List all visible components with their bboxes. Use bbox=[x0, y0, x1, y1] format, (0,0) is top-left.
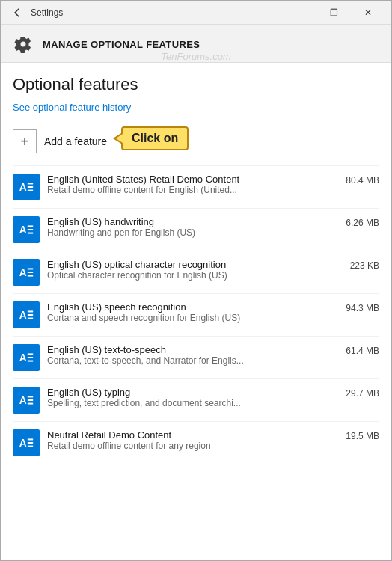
titlebar: Settings ─ ❐ ✕ bbox=[1, 1, 391, 25]
add-feature-label: Add a feature bbox=[44, 135, 107, 147]
feature-info-2: English (US) optical character recogniti… bbox=[47, 259, 331, 280]
feature-item[interactable]: A English (US) text-to-speech Cortana, t… bbox=[13, 336, 379, 378]
history-link[interactable]: See optional feature history bbox=[13, 102, 131, 113]
feature-info-1: English (US) handwriting Handwriting and… bbox=[47, 216, 331, 238]
feature-desc-2: Optical character recognition for Englis… bbox=[47, 270, 331, 280]
window-title: Settings bbox=[31, 7, 63, 18]
restore-button[interactable]: ❐ bbox=[316, 1, 351, 25]
feature-name-3: English (US) speech recognition bbox=[47, 301, 331, 313]
feature-icon-3: A bbox=[13, 301, 40, 328]
feature-desc-3: Cortana and speech recognition for Engli… bbox=[47, 313, 331, 323]
content-area: Optional features See optional feature h… bbox=[1, 63, 391, 560]
feature-name-4: English (US) text-to-speech bbox=[47, 344, 331, 355]
feature-icon-6: A bbox=[13, 429, 40, 456]
svg-text:A: A bbox=[19, 267, 27, 278]
feature-item[interactable]: A English (US) speech recognition Cortan… bbox=[13, 293, 379, 336]
feature-name-5: English (US) typing bbox=[47, 387, 331, 398]
feature-desc-1: Handwriting and pen for English (US) bbox=[47, 227, 331, 238]
svg-text:A: A bbox=[19, 395, 27, 406]
feature-size-5: 29.7 MB bbox=[338, 387, 379, 399]
feature-info-5: English (US) typing Spelling, text predi… bbox=[47, 387, 331, 408]
feature-desc-5: Spelling, text prediction, and document … bbox=[47, 398, 331, 408]
feature-item[interactable]: A English (US) optical character recogni… bbox=[13, 251, 379, 293]
feature-name-6: Neutral Retail Demo Content bbox=[47, 429, 331, 441]
feature-size-4: 61.4 MB bbox=[338, 344, 379, 356]
feature-icon-0: A bbox=[13, 174, 40, 200]
feature-item[interactable]: A Neutral Retail Demo Content Retail dem… bbox=[13, 421, 379, 464]
window-controls: ─ ❐ ✕ bbox=[282, 1, 385, 25]
svg-text:A: A bbox=[19, 310, 27, 321]
page-title: Optional features bbox=[13, 75, 379, 94]
feature-icon-5: A bbox=[13, 387, 40, 414]
feature-size-0: 80.4 MB bbox=[338, 174, 379, 186]
feature-icon-4: A bbox=[13, 344, 40, 371]
feature-desc-0: Retail demo offline content for English … bbox=[47, 185, 331, 195]
feature-name-1: English (US) handwriting bbox=[47, 216, 331, 227]
feature-info-3: English (US) speech recognition Cortana … bbox=[47, 301, 331, 323]
feature-desc-4: Cortana, text-to-speech, and Narrator fo… bbox=[47, 355, 331, 366]
close-button[interactable]: ✕ bbox=[351, 1, 385, 25]
feature-info-0: English (United States) Retail Demo Cont… bbox=[47, 174, 331, 195]
feature-icon-1: A bbox=[13, 216, 40, 243]
feature-size-3: 94.3 MB bbox=[338, 301, 379, 313]
add-feature-row: + Add a feature Click on bbox=[13, 125, 379, 158]
page-header: MANAGE OPTIONAL FEATURES bbox=[1, 25, 391, 63]
feature-info-6: Neutral Retail Demo Content Retail demo … bbox=[47, 429, 331, 451]
feature-icon-2: A bbox=[13, 259, 40, 286]
feature-size-6: 19.5 MB bbox=[338, 429, 379, 441]
feature-desc-6: Retail demo offline content for any regi… bbox=[47, 441, 331, 451]
settings-icon bbox=[13, 34, 34, 55]
feature-size-1: 6.26 MB bbox=[338, 216, 379, 228]
minimize-button[interactable]: ─ bbox=[282, 1, 316, 25]
svg-text:A: A bbox=[19, 224, 27, 236]
feature-item[interactable]: A English (US) handwriting Handwriting a… bbox=[13, 208, 379, 251]
feature-name-2: English (US) optical character recogniti… bbox=[47, 259, 331, 270]
settings-window: Settings ─ ❐ ✕ MANAGE OPTIONAL FEATURES … bbox=[0, 0, 392, 561]
feature-item[interactable]: A English (US) typing Spelling, text pre… bbox=[13, 378, 379, 421]
feature-size-2: 223 KB bbox=[338, 259, 379, 271]
header-title: MANAGE OPTIONAL FEATURES bbox=[43, 39, 200, 50]
feature-name-0: English (United States) Retail Demo Cont… bbox=[47, 174, 331, 185]
feature-info-4: English (US) text-to-speech Cortana, tex… bbox=[47, 344, 331, 366]
feature-item[interactable]: A English (United States) Retail Demo Co… bbox=[13, 165, 379, 208]
add-feature-button[interactable]: + bbox=[13, 129, 37, 153]
click-on-tooltip: Click on bbox=[121, 126, 189, 150]
svg-text:A: A bbox=[19, 438, 27, 449]
feature-list: A English (United States) Retail Demo Co… bbox=[13, 165, 379, 464]
svg-text:A: A bbox=[19, 182, 27, 193]
back-button[interactable] bbox=[7, 2, 28, 23]
svg-text:A: A bbox=[19, 352, 27, 364]
